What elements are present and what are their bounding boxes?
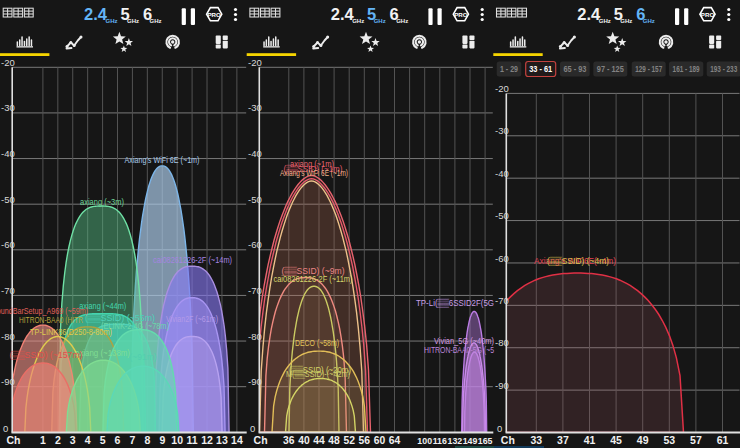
svg-text:GHz: GHz xyxy=(150,18,162,24)
svg-text:-30: -30 xyxy=(495,125,509,136)
svg-text:33: 33 xyxy=(530,434,542,446)
svg-text:60: 60 xyxy=(374,435,386,446)
svg-text:HITRON-BAA0-5G (~5: HITRON-BAA0-5G (~5 xyxy=(424,345,494,355)
svg-text:GHz: GHz xyxy=(620,18,632,24)
svg-text:DECO (~58m): DECO (~58m) xyxy=(295,338,339,348)
svg-text:10: 10 xyxy=(171,434,183,446)
svg-text:-50: -50 xyxy=(248,194,262,205)
svg-text:GHz: GHz xyxy=(106,18,118,24)
svg-text:193 - 233: 193 - 233 xyxy=(710,64,737,74)
svg-text:52: 52 xyxy=(343,435,355,446)
svg-text:1: 1 xyxy=(40,434,46,446)
svg-text:36: 36 xyxy=(283,435,295,446)
svg-text:132: 132 xyxy=(448,436,463,446)
svg-text:Axiang's WiFi 6E (~1m): Axiang's WiFi 6E (~1m) xyxy=(280,168,348,178)
svg-text:149: 149 xyxy=(463,436,478,446)
svg-text:-90: -90 xyxy=(1,376,15,387)
svg-text:-40: -40 xyxy=(1,148,15,159)
svg-text:165: 165 xyxy=(478,436,493,446)
svg-text:Axiang's WiFi 6E (~1m): Axiang's WiFi 6E (~1m) xyxy=(125,155,200,165)
svg-text:axiang (~138m): axiang (~138m) xyxy=(75,348,130,358)
svg-text:37: 37 xyxy=(557,434,569,446)
svg-text:PRO: PRO xyxy=(454,11,468,18)
svg-text:2: 2 xyxy=(55,434,61,446)
svg-text:Ch: Ch xyxy=(501,434,515,446)
svg-text:GHz: GHz xyxy=(599,18,611,24)
svg-text:2.4: 2.4 xyxy=(84,5,108,23)
svg-text:0: 0 xyxy=(3,423,8,434)
svg-text:100: 100 xyxy=(417,436,432,446)
svg-text:13: 13 xyxy=(216,434,228,446)
svg-text:axiang (~3m): axiang (~3m) xyxy=(80,197,124,207)
svg-text:Ch: Ch xyxy=(254,434,268,446)
svg-text:116: 116 xyxy=(433,436,447,446)
svg-text:(▒▒SSID) (~157m): (▒▒SSID) (~157m) xyxy=(10,350,83,360)
svg-text:-70: -70 xyxy=(495,295,509,306)
svg-text:GHz: GHz xyxy=(396,18,408,24)
svg-text:33 - 61: 33 - 61 xyxy=(529,64,552,74)
svg-text:(▒▒SSID) (~4m): (▒▒SSID) (~4m) xyxy=(547,256,609,266)
svg-text:14: 14 xyxy=(231,434,243,446)
svg-text:9: 9 xyxy=(159,434,165,446)
svg-text:-40: -40 xyxy=(248,148,262,159)
svg-text:2.4: 2.4 xyxy=(331,5,355,23)
svg-text:161 - 189: 161 - 189 xyxy=(673,64,700,74)
svg-text:61: 61 xyxy=(717,434,729,446)
svg-text:Ch: Ch xyxy=(7,434,21,446)
svg-text:6: 6 xyxy=(115,434,121,446)
svg-text:TP-LINK86(D250-8-80m): TP-LINK86(D250-8-80m) xyxy=(30,327,112,337)
svg-text:97 - 125: 97 - 125 xyxy=(597,64,624,74)
svg-text:GHz: GHz xyxy=(374,18,386,24)
svg-text:TP-Li(▒▒6SSID2F(5G: TP-Li(▒▒6SSID2F(5G xyxy=(416,298,494,308)
svg-text:49: 49 xyxy=(637,434,649,446)
svg-text:-60: -60 xyxy=(248,239,262,250)
svg-text:-20: -20 xyxy=(248,57,262,68)
svg-text:44: 44 xyxy=(313,435,325,446)
svg-text:12: 12 xyxy=(201,434,213,446)
svg-text:-70: -70 xyxy=(248,285,262,296)
svg-text:1 - 29: 1 - 29 xyxy=(500,64,518,74)
svg-text:7: 7 xyxy=(129,434,135,446)
svg-text:-60: -60 xyxy=(495,253,509,264)
svg-text:129 - 157: 129 - 157 xyxy=(635,64,662,74)
svg-text:HITRON-BAA0 (HITR: HITRON-BAA0 (HITR xyxy=(19,315,83,325)
svg-text:M(▒▒SSID)-(~42m): M(▒▒SSID)-(~42m) xyxy=(286,369,350,379)
svg-text:5: 5 xyxy=(100,434,106,446)
svg-text:GHz: GHz xyxy=(643,18,655,24)
svg-text:-90: -90 xyxy=(495,380,509,391)
svg-text:GHz: GHz xyxy=(352,18,364,24)
svg-text:45: 45 xyxy=(610,434,622,446)
svg-text:41: 41 xyxy=(584,434,596,446)
svg-text:Vivian2F (~61m): Vivian2F (~61m) xyxy=(166,314,218,324)
svg-text:57: 57 xyxy=(690,434,702,446)
svg-text:-80: -80 xyxy=(1,331,15,342)
svg-text:-30: -30 xyxy=(1,102,15,113)
svg-text:4: 4 xyxy=(85,434,91,446)
svg-text:65 - 93: 65 - 93 xyxy=(563,64,586,74)
svg-text:0: 0 xyxy=(497,423,502,434)
svg-text:53: 53 xyxy=(663,434,675,446)
svg-text:cai08261226-2F (~11m): cai08261226-2F (~11m) xyxy=(274,274,353,284)
svg-text:0: 0 xyxy=(250,423,255,434)
svg-text:-20: -20 xyxy=(1,57,15,68)
svg-text:56: 56 xyxy=(359,435,371,446)
svg-text:PRO: PRO xyxy=(701,11,715,18)
svg-text:-50: -50 xyxy=(1,194,15,205)
svg-text:-70: -70 xyxy=(1,285,15,296)
svg-text:-50: -50 xyxy=(495,210,509,221)
svg-text:-30: -30 xyxy=(248,102,262,113)
svg-text:(~91m): (~91m) xyxy=(130,352,157,362)
svg-text:40: 40 xyxy=(298,435,310,446)
svg-text:3: 3 xyxy=(70,434,76,446)
svg-text:-90: -90 xyxy=(248,376,262,387)
svg-text:11: 11 xyxy=(187,434,198,446)
svg-text:8: 8 xyxy=(144,434,150,446)
svg-text:48: 48 xyxy=(328,435,340,446)
svg-text:-80: -80 xyxy=(495,337,509,348)
svg-text:-20: -20 xyxy=(495,83,509,94)
svg-text:GHz: GHz xyxy=(127,18,139,24)
svg-text:-60: -60 xyxy=(1,239,15,250)
svg-text:cai08261226-2F (~14m): cai08261226-2F (~14m) xyxy=(153,255,232,265)
svg-text:-40: -40 xyxy=(495,168,509,179)
svg-text:64: 64 xyxy=(389,435,401,446)
